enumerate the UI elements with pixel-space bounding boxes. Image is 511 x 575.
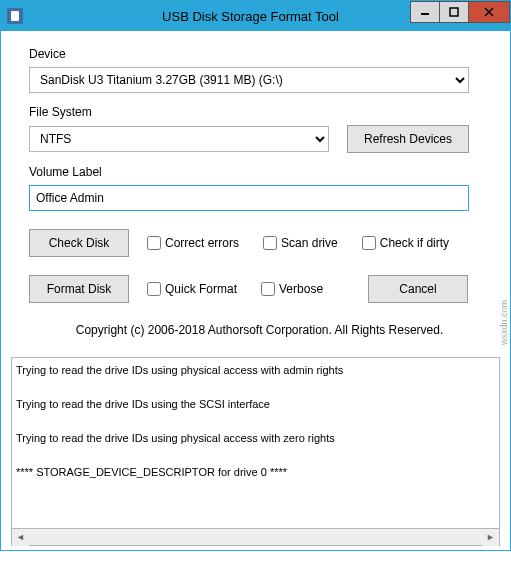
minimize-icon xyxy=(420,7,430,17)
log-line: Trying to read the drive IDs using physi… xyxy=(16,364,495,376)
check-disk-button[interactable]: Check Disk xyxy=(29,229,129,257)
content-area: Device SanDisk U3 Titanium 3.27GB (3911 … xyxy=(1,31,510,357)
device-label: Device xyxy=(29,47,490,61)
app-icon xyxy=(7,8,23,24)
check-if-dirty-label: Check if dirty xyxy=(380,236,449,250)
svg-rect-1 xyxy=(450,8,458,16)
minimize-button[interactable] xyxy=(410,1,440,23)
file-system-select[interactable]: NTFS xyxy=(29,126,329,152)
cancel-button[interactable]: Cancel xyxy=(368,275,468,303)
watermark: wsxdn.com xyxy=(499,300,509,345)
quick-format-label: Quick Format xyxy=(165,282,237,296)
scroll-left-icon[interactable]: ◄ xyxy=(12,529,29,546)
maximize-icon xyxy=(449,7,459,17)
close-icon xyxy=(484,7,494,17)
check-if-dirty-input[interactable] xyxy=(362,236,376,250)
log-line: **** STORAGE_DEVICE_DESCRIPTOR for drive… xyxy=(16,466,495,478)
correct-errors-checkbox[interactable]: Correct errors xyxy=(147,236,239,250)
format-disk-row: Format Disk Quick Format Verbose Cancel xyxy=(29,275,490,303)
file-system-label: File System xyxy=(29,105,490,119)
verbose-checkbox[interactable]: Verbose xyxy=(261,282,323,296)
refresh-devices-button[interactable]: Refresh Devices xyxy=(347,125,469,153)
scan-drive-label: Scan drive xyxy=(281,236,338,250)
device-select[interactable]: SanDisk U3 Titanium 3.27GB (3911 MB) (G:… xyxy=(29,67,469,93)
window-controls xyxy=(411,1,510,23)
titlebar[interactable]: USB Disk Storage Format Tool xyxy=(1,1,510,31)
quick-format-input[interactable] xyxy=(147,282,161,296)
maximize-button[interactable] xyxy=(439,1,469,23)
scan-drive-checkbox[interactable]: Scan drive xyxy=(263,236,338,250)
log-area: Trying to read the drive IDs using physi… xyxy=(11,357,500,546)
verbose-label: Verbose xyxy=(279,282,323,296)
volume-label-label: Volume Label xyxy=(29,165,490,179)
scroll-right-icon[interactable]: ► xyxy=(482,529,499,546)
volume-label-input[interactable] xyxy=(29,185,469,211)
verbose-input[interactable] xyxy=(261,282,275,296)
quick-format-checkbox[interactable]: Quick Format xyxy=(147,282,237,296)
check-disk-row: Check Disk Correct errors Scan drive Che… xyxy=(29,229,490,257)
correct-errors-input[interactable] xyxy=(147,236,161,250)
correct-errors-label: Correct errors xyxy=(165,236,239,250)
log-textbox[interactable]: Trying to read the drive IDs using physi… xyxy=(11,357,500,529)
copyright-text: Copyright (c) 2006-2018 Authorsoft Corpo… xyxy=(29,323,490,337)
log-line: Trying to read the drive IDs using the S… xyxy=(16,398,495,410)
app-window: USB Disk Storage Format Tool Device SanD… xyxy=(0,0,511,551)
log-line: Trying to read the drive IDs using physi… xyxy=(16,432,495,444)
format-disk-button[interactable]: Format Disk xyxy=(29,275,129,303)
scan-drive-input[interactable] xyxy=(263,236,277,250)
horizontal-scrollbar[interactable]: ◄ ► xyxy=(11,529,500,546)
check-if-dirty-checkbox[interactable]: Check if dirty xyxy=(362,236,449,250)
close-button[interactable] xyxy=(468,1,510,23)
